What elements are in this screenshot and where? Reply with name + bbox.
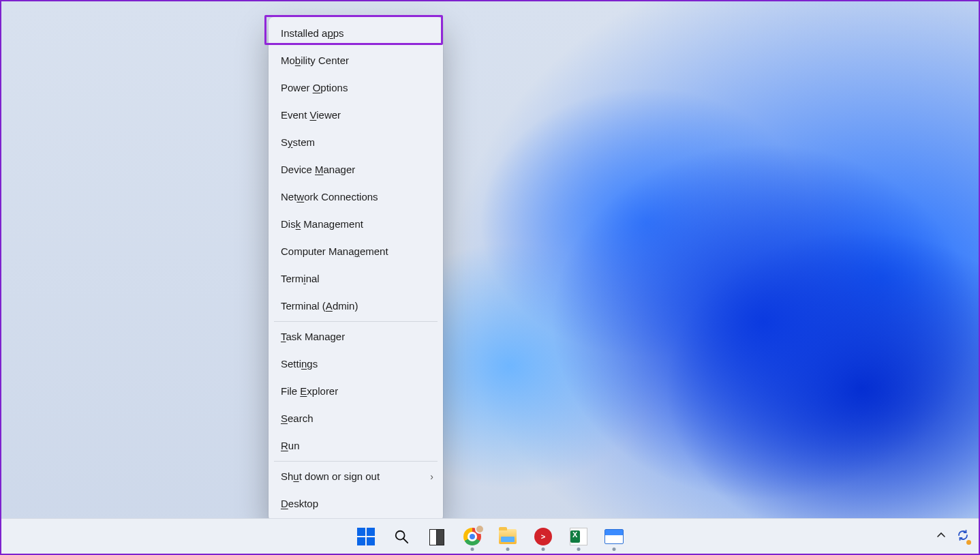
desktop-wallpaper[interactable] — [1, 1, 979, 554]
start-button[interactable] — [356, 527, 376, 546]
chrome-profile-badge — [475, 524, 485, 534]
menu-item-label: Network Connections — [281, 191, 378, 202]
menu-item-label: Task Manager — [281, 331, 345, 342]
tray-overflow-button[interactable] — [936, 530, 946, 542]
menu-item-device-manager[interactable]: Device Manager — [269, 156, 443, 183]
menu-item-network-connections[interactable]: Network Connections — [269, 183, 443, 211]
menu-item-label: Shut down or sign out — [281, 470, 380, 482]
run-dialog-icon — [604, 529, 624, 544]
notification-dot-icon — [966, 540, 971, 545]
menu-item-label: Disk Management — [281, 218, 363, 230]
taskbar-app-excel[interactable] — [569, 527, 588, 546]
menu-item-label: Desktop — [281, 498, 318, 509]
menu-item-label: Device Manager — [281, 164, 355, 175]
menu-item-task-manager[interactable]: Task Manager — [269, 323, 443, 350]
windows-logo-icon — [357, 528, 375, 545]
winx-context-menu: Installed appsMobility CenterPower Optio… — [269, 17, 443, 522]
menu-item-terminal-admin[interactable]: Terminal (Admin) — [269, 292, 443, 320]
taskbar-app-run[interactable] — [604, 527, 624, 546]
excel-icon — [570, 528, 587, 545]
chevron-right-icon: › — [430, 463, 433, 490]
menu-item-disk-management[interactable]: Disk Management — [269, 211, 443, 238]
update-icon — [957, 529, 969, 541]
menu-item-shut-down-or-sign-out[interactable]: Shut down or sign out› — [269, 463, 443, 490]
task-view-icon — [429, 529, 444, 544]
menu-separator — [274, 321, 438, 322]
menu-item-system[interactable]: System — [269, 129, 443, 156]
menu-item-label: Mobility Center — [281, 55, 349, 66]
menu-item-desktop[interactable]: Desktop — [269, 490, 443, 518]
folder-icon — [499, 529, 517, 544]
menu-item-label: Run — [281, 440, 300, 451]
menu-item-label: Power Options — [281, 82, 348, 93]
tray-windows-update[interactable] — [957, 529, 969, 544]
menu-item-mobility-center[interactable]: Mobility Center — [269, 47, 443, 74]
chevron-up-icon — [936, 530, 946, 540]
menu-item-settings[interactable]: Settings — [269, 350, 443, 378]
search-button[interactable] — [392, 527, 411, 546]
taskbar-pinned-area: > — [356, 527, 624, 546]
taskbar: > — [1, 518, 979, 554]
menu-item-label: Installed apps — [281, 27, 344, 39]
svg-line-1 — [403, 538, 408, 542]
menu-item-label: System — [281, 136, 315, 148]
taskbar-app-chrome[interactable] — [463, 527, 482, 546]
menu-item-event-viewer[interactable]: Event Viewer — [269, 102, 443, 129]
menu-item-label: Settings — [281, 358, 318, 370]
menu-item-label: Computer Management — [281, 245, 388, 257]
task-view-button[interactable] — [427, 527, 446, 546]
menu-item-run[interactable]: Run — [269, 432, 443, 460]
menu-item-label: Search — [281, 412, 313, 424]
menu-item-label: Terminal (Admin) — [281, 300, 358, 312]
menu-item-computer-management[interactable]: Computer Management — [269, 238, 443, 265]
menu-item-label: Terminal — [281, 273, 320, 284]
menu-item-label: File Explorer — [281, 385, 338, 397]
search-icon — [394, 529, 409, 544]
menu-item-label: Event Viewer — [281, 109, 341, 121]
menu-item-search[interactable]: Search — [269, 405, 443, 432]
menu-item-installed-apps[interactable]: Installed apps — [269, 20, 443, 47]
taskbar-app-file-explorer[interactable] — [498, 527, 517, 546]
menu-item-power-options[interactable]: Power Options — [269, 74, 443, 102]
menu-separator — [274, 461, 438, 462]
menu-item-file-explorer[interactable]: File Explorer — [269, 378, 443, 405]
system-tray — [936, 529, 969, 544]
red-app-icon: > — [534, 528, 552, 545]
menu-item-terminal[interactable]: Terminal — [269, 265, 443, 292]
taskbar-app-red[interactable]: > — [534, 527, 553, 546]
